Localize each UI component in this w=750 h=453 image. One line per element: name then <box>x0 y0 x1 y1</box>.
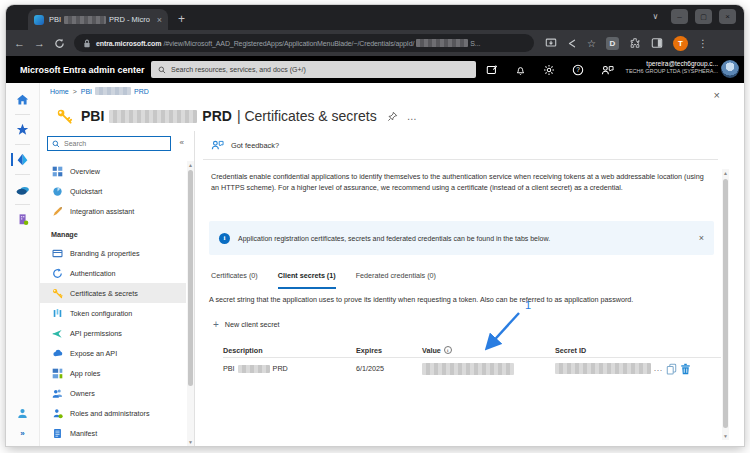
overview-icon <box>51 166 63 177</box>
sidebar-item-branding-properties[interactable]: Branding & properties <box>40 243 186 263</box>
quickstart-icon <box>51 186 63 197</box>
sidebar-item-token-configuration[interactable]: Token configuration <box>40 303 186 323</box>
extensions-puzzle-icon[interactable] <box>629 37 641 49</box>
secret-row[interactable]: PBI PRD 6/1/2025 ... <box>223 358 721 379</box>
rail-favorites-button[interactable] <box>6 122 39 137</box>
tab-client-secrets[interactable]: Client secrets (1) <box>278 271 336 289</box>
global-search-input[interactable]: Search resources, services, and docs (G+… <box>151 61 476 78</box>
rail-expand-icon[interactable]: » <box>20 429 24 438</box>
sidebar-item-roles-administrators[interactable]: Roles and administrators <box>40 403 186 423</box>
scrollbar-thumb[interactable] <box>188 170 193 386</box>
rail-divider <box>15 174 30 175</box>
authentication-icon <box>51 268 63 279</box>
entra-favicon-icon <box>34 15 44 25</box>
rail-cloud-button[interactable] <box>6 182 39 197</box>
minimize-button[interactable]: – <box>671 9 688 24</box>
notifications-bell-icon[interactable] <box>515 64 526 76</box>
tab-close-icon[interactable]: × <box>157 15 162 25</box>
svg-text:?: ? <box>576 66 580 73</box>
plus-icon: + <box>213 319 219 330</box>
new-tab-button[interactable]: + <box>178 10 185 28</box>
entra-brand[interactable]: Microsoft Entra admin center <box>20 65 145 75</box>
back-icon[interactable]: ← <box>14 38 25 49</box>
browser-menu-icon[interactable]: ⋮ <box>698 38 708 49</box>
account-avatar[interactable] <box>721 60 739 78</box>
side-panel-icon[interactable] <box>651 37 663 49</box>
sidebar-search-input[interactable]: Search <box>47 136 171 151</box>
col-value: Valuei <box>422 346 555 355</box>
window-menu-icon[interactable]: ∨ <box>647 9 664 24</box>
settings-gear-icon[interactable] <box>543 64 555 76</box>
search-icon <box>158 66 166 74</box>
scroll-down-icon[interactable]: ▼ <box>722 433 729 439</box>
copilot-icon[interactable] <box>486 64 498 76</box>
secrets-table-header: Description Expires Valuei Secret ID <box>223 343 721 358</box>
extension-d-icon[interactable]: D <box>606 37 619 50</box>
sidebar-item-integration-assistant[interactable]: Integration assistant <box>40 201 186 221</box>
sidebar-item-certificates-secrets[interactable]: Certificates & secrets <box>40 283 186 303</box>
sidebar-item-quickstart[interactable]: Quickstart <box>40 181 186 201</box>
sidebar-item-overview[interactable]: Overview <box>40 161 186 181</box>
browser-tab[interactable]: PBI PRD - Micro × <box>28 9 168 30</box>
content-scrollbar[interactable]: ▲ ▼ <box>722 169 729 440</box>
help-icon[interactable]: ? <box>572 64 584 76</box>
address-bar[interactable]: entra.microsoft.com/#view/Microsoft_AAD_… <box>74 34 534 52</box>
rail-user-icon[interactable] <box>16 407 29 420</box>
rail-entra-id-button[interactable] <box>6 152 39 167</box>
rail-home-button[interactable] <box>6 92 39 107</box>
left-icon-rail: » <box>6 83 40 446</box>
credentials-description: Credentials enable confidential applicat… <box>211 171 711 193</box>
expose-api-cloud-icon <box>51 348 63 359</box>
browser-profile-avatar[interactable]: T <box>673 36 688 51</box>
new-client-secret-button[interactable]: + New client secret <box>213 319 280 330</box>
screenshot-stage: PBI PRD - Micro × + ∨ – ▢ × ← → e <box>0 0 750 453</box>
got-feedback-button[interactable]: Got feedback? <box>211 139 279 151</box>
sidebar-collapse-icon[interactable]: « <box>180 138 184 147</box>
scroll-up-icon[interactable]: ▲ <box>722 170 729 176</box>
blade-close-icon[interactable]: × <box>714 89 720 101</box>
scrollbar-thumb[interactable] <box>723 179 728 428</box>
feedback-icon[interactable] <box>601 64 614 76</box>
breadcrumb-separator: > <box>73 88 77 95</box>
api-permissions-icon <box>51 328 63 339</box>
info-banner-text: Application registration certificates, s… <box>238 235 550 242</box>
share-icon[interactable] <box>567 38 577 49</box>
maximize-button[interactable]: ▢ <box>695 9 712 24</box>
tab-certificates[interactable]: Certificates (0) <box>211 271 258 289</box>
sidebar-item-authentication[interactable]: Authentication <box>40 263 186 283</box>
reload-icon[interactable] <box>54 38 65 49</box>
entra-header: Microsoft Entra admin center Search reso… <box>6 56 744 83</box>
breadcrumb-home-link[interactable]: Home <box>50 88 69 95</box>
banner-close-icon[interactable]: × <box>699 233 704 243</box>
scroll-down-icon[interactable]: ▼ <box>187 439 194 445</box>
bookmark-star-icon[interactable]: ☆ <box>587 38 596 49</box>
sidebar-scrollbar[interactable]: ▲ ▼ <box>187 161 194 446</box>
redacted-description <box>238 365 270 373</box>
url-text: entra.microsoft.com/#view/Microsoft_AAD_… <box>96 39 480 47</box>
install-icon[interactable] <box>545 37 557 49</box>
col-expires: Expires <box>356 346 422 355</box>
entra-id-icon <box>16 153 29 166</box>
secret-expires-cell: 6/1/2025 <box>356 364 422 373</box>
rail-b2c-button[interactable] <box>6 212 39 227</box>
title-more-icon[interactable]: … <box>407 111 418 122</box>
sidebar-item-api-permissions[interactable]: API permissions <box>40 323 186 343</box>
breadcrumb-app-link[interactable]: PBI PRD <box>81 87 149 95</box>
sidebar-item-owners[interactable]: Owners <box>40 383 186 403</box>
scroll-up-icon[interactable]: ▲ <box>187 162 194 168</box>
forward-icon[interactable]: → <box>34 38 45 49</box>
secret-id-truncation: ... <box>654 364 663 373</box>
sidebar-item-manifest[interactable]: Manifest <box>40 423 186 443</box>
rail-divider <box>15 204 30 205</box>
value-info-icon[interactable]: i <box>444 346 452 354</box>
sidebar-item-app-roles[interactable]: App roles <box>40 363 186 383</box>
key-icon <box>56 108 73 125</box>
account-info[interactable]: tpereira@tech6group.c... TECH6 GROUP LTD… <box>626 60 718 75</box>
copy-icon[interactable] <box>666 363 677 375</box>
pin-icon[interactable] <box>387 111 398 122</box>
feedback-person-icon <box>211 139 224 151</box>
sidebar-item-expose-api[interactable]: Expose an API <box>40 343 186 363</box>
window-close-button[interactable]: × <box>719 9 736 24</box>
delete-trash-icon[interactable] <box>680 363 691 375</box>
tab-federated-credentials[interactable]: Federated credentials (0) <box>356 271 436 289</box>
